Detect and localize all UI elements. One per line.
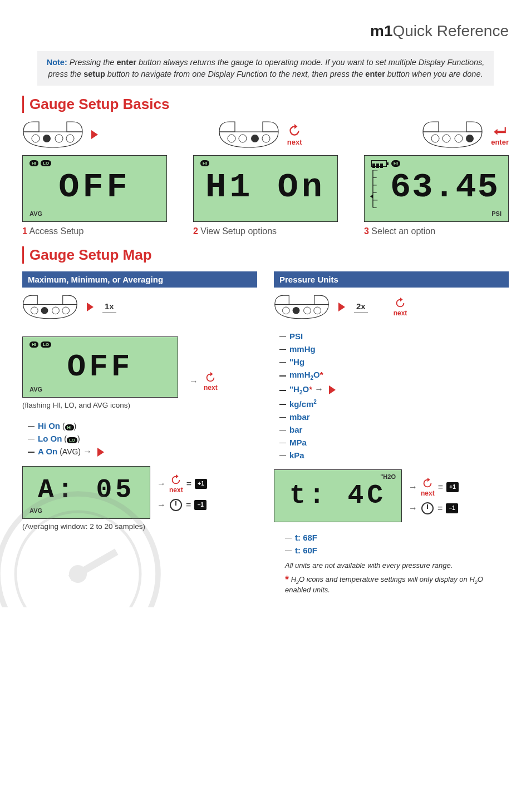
plus-icon: +1 — [446, 482, 459, 492]
next-button[interactable]: next — [169, 474, 183, 494]
lo-icon: LO — [41, 341, 51, 348]
unit-option: mmH2O* — [279, 368, 509, 383]
svg-point-32 — [293, 307, 300, 314]
caption-3: 3 Select an option — [364, 226, 509, 236]
unit-option: "Hg — [279, 355, 509, 368]
avg-label: AVG — [30, 210, 42, 217]
svg-point-34 — [314, 307, 321, 314]
four-button-icon — [22, 294, 78, 320]
cycle-icon — [170, 474, 182, 486]
arrow-icon: → — [409, 503, 417, 513]
cycle-icon — [204, 372, 217, 384]
basics-button-row: next enter — [22, 121, 509, 148]
lcd-value: t: 4C — [274, 482, 401, 509]
cycle-icon — [287, 123, 302, 138]
footnote-h2o: * H2O icons and temperature settings wil… — [285, 574, 509, 594]
svg-point-6 — [251, 135, 259, 142]
next-button[interactable]: next — [394, 297, 407, 317]
hi-icon: HI — [391, 160, 400, 167]
lcd-reading: HI 63.45 PSI — [364, 155, 509, 222]
right-adjust-row: "H2O t: 4C →next=+1 →=–1 — [274, 469, 509, 522]
lcd-value: A: 05 — [23, 477, 150, 503]
minus-icon: –1 — [446, 503, 458, 513]
unit-label: "H2O — [380, 473, 396, 480]
play-icon — [97, 448, 104, 457]
next-button[interactable]: next — [421, 477, 435, 497]
svg-point-10 — [455, 135, 463, 142]
play-icon — [338, 303, 345, 311]
arrow-icon: → — [409, 482, 417, 492]
power-icon[interactable] — [421, 502, 434, 515]
play-icon — [87, 303, 94, 311]
opt-t60f: t: 60F — [285, 544, 509, 557]
svg-point-21 — [41, 307, 48, 314]
enter-icon — [493, 123, 507, 138]
left-adjust-row: A: 05 AVG →next=+1 →=–1 — [22, 466, 257, 519]
panel-view-options: next — [218, 121, 302, 148]
svg-point-2 — [55, 135, 63, 142]
panel-access-setup — [22, 121, 98, 148]
svg-point-3 — [66, 135, 74, 142]
lo-icon: LO — [41, 160, 51, 166]
enter-button[interactable]: enter — [491, 123, 509, 146]
svg-point-31 — [282, 307, 289, 314]
map-right-header: Pressure Units — [274, 271, 509, 288]
section-basics-title: Gauge Setup Basics — [22, 96, 509, 113]
hi-icon: HI — [65, 424, 74, 430]
lcd-hi-on: HI H1 On — [193, 155, 338, 222]
cycle-icon — [421, 477, 434, 489]
hi-icon: HI — [30, 160, 38, 166]
unit-option: PSI — [279, 330, 509, 343]
svg-point-7 — [262, 135, 270, 142]
basics-lcd-row: HILO OFF AVG 1 Access Setup HI H1 On 2 V… — [22, 155, 509, 236]
caption-2: 2 View Setup options — [193, 226, 338, 236]
arrow-icon: → — [157, 479, 166, 489]
svg-point-11 — [466, 135, 474, 142]
hi-icon: HI — [30, 341, 38, 348]
lcd-avg-window: A: 05 AVG — [22, 466, 150, 519]
svg-point-5 — [239, 135, 247, 142]
caption-1: 1 Access Setup — [22, 226, 167, 236]
svg-marker-19 — [370, 195, 373, 199]
lcd-temp: "H2O t: 4C — [274, 469, 402, 522]
svg-point-20 — [31, 307, 38, 314]
avg-label: AVG — [30, 507, 42, 514]
map-right-col: Pressure Units 2x next PSImmHg"HgmmH2O*"… — [274, 271, 509, 596]
four-button-icon — [274, 294, 330, 320]
left-press-row: 1x — [22, 294, 257, 320]
unit-option: kg/cm2 — [279, 397, 509, 410]
doc-title: Quick Reference — [392, 22, 509, 39]
opt-hi-on: Hi On (HI) — [28, 419, 257, 432]
lcd-off-map: HILO OFF AVG — [22, 336, 178, 398]
svg-point-4 — [228, 135, 235, 142]
unit-option: MPa — [279, 436, 509, 449]
footnote-units: All units are not available with every p… — [285, 561, 509, 570]
map-left-col: Maximum, Minimum, or Averaging 1x HILO O… — [22, 271, 257, 596]
four-button-icon — [22, 121, 83, 148]
svg-point-22 — [52, 307, 60, 314]
brand: m1 — [370, 22, 392, 39]
avg-window-caption: (Averaging window: 2 to 20 samples) — [22, 522, 257, 531]
map-left-header: Maximum, Minimum, or Averaging — [22, 271, 257, 288]
plus-icon: +1 — [195, 479, 207, 489]
power-icon[interactable] — [169, 498, 183, 512]
next-button[interactable]: next — [287, 123, 302, 146]
lcd-value: 63.45 — [381, 170, 508, 205]
lcd-value: OFF — [23, 351, 178, 383]
panel-select-option: enter — [422, 121, 509, 148]
unit-option: mmHg — [279, 343, 509, 355]
scale-icon — [369, 170, 382, 215]
note-box: Note: Pressing the enter button always r… — [37, 51, 494, 86]
lcd-caption: (flashing HI, LO, and AVG icons) — [22, 401, 257, 409]
lo-icon: LO — [67, 437, 77, 443]
unit-option: "H2O* → — [279, 383, 509, 397]
cycle-icon — [394, 297, 406, 309]
svg-point-23 — [62, 307, 70, 314]
unit-option: kPa — [279, 449, 509, 462]
next-button[interactable]: next — [204, 372, 218, 392]
avg-label: AVG — [30, 386, 42, 393]
arrow-icon: → — [157, 500, 166, 510]
minus-icon: –1 — [194, 500, 206, 510]
units-list: PSImmHg"HgmmH2O*"H2O* → kg/cm2mbarbarMPa… — [279, 330, 509, 462]
section-map-title: Gauge Setup Map — [22, 246, 509, 264]
